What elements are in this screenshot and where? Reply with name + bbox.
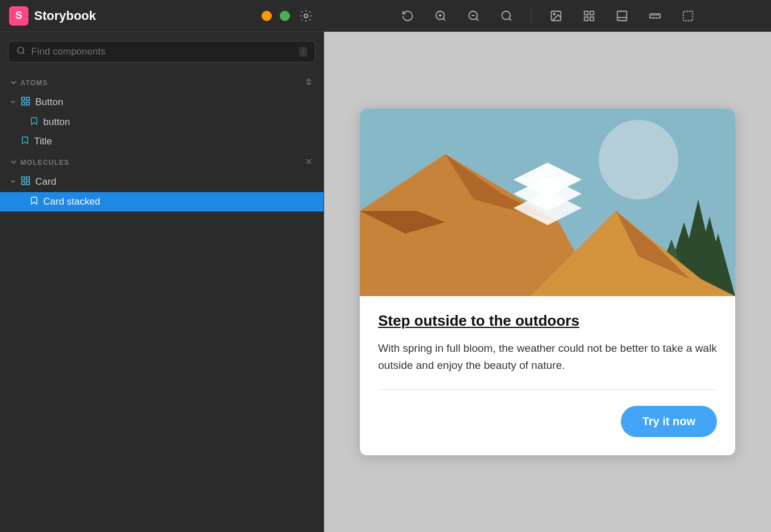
card-group-label: Card: [35, 176, 56, 188]
svg-rect-27: [27, 97, 30, 100]
card-group-chevron: [10, 178, 16, 186]
title-story-label: Title: [34, 136, 52, 147]
card-preview: Step outside to the outdoors With spring…: [360, 109, 735, 455]
svg-rect-13: [590, 11, 593, 14]
card-divider: [378, 389, 717, 390]
button-group-item[interactable]: Button: [0, 92, 324, 113]
svg-line-2: [443, 18, 445, 20]
svg-rect-14: [584, 16, 587, 20]
card-footer: Try it now: [378, 406, 717, 437]
molecules-section-title[interactable]: MOLECULES: [10, 159, 69, 167]
svg-rect-32: [22, 177, 24, 180]
button-group-grid-icon: [20, 96, 31, 109]
toolbar-divider: [531, 8, 532, 24]
atoms-section-title[interactable]: ATOMS: [10, 79, 48, 88]
search-icon: [16, 46, 26, 57]
svg-rect-16: [617, 11, 627, 20]
svg-rect-26: [22, 97, 24, 100]
svg-point-37: [599, 120, 678, 200]
search-shortcut: /: [299, 47, 307, 57]
gear-icon[interactable]: [297, 7, 315, 25]
svg-rect-33: [27, 177, 30, 180]
toolbar-header-icons: [260, 7, 315, 25]
button-group-chevron: [10, 98, 16, 106]
molecules-close-icon[interactable]: [304, 157, 313, 168]
card-group-item[interactable]: Card: [0, 172, 324, 192]
title-story-bookmark-icon: [20, 136, 30, 147]
card-title: Step outside to the outdoors: [378, 312, 717, 330]
button-story-bookmark-icon: [30, 117, 39, 128]
button-story-label: button: [43, 117, 70, 128]
svg-rect-12: [584, 11, 587, 14]
svg-line-25: [23, 52, 24, 54]
outline-icon[interactable]: [679, 7, 697, 24]
grid-icon[interactable]: [581, 7, 598, 24]
reload-icon[interactable]: [399, 7, 416, 24]
app-title: Storybook: [34, 9, 96, 23]
button-story-item[interactable]: button: [0, 113, 324, 132]
notify-green-icon[interactable]: [279, 10, 291, 22]
main-content: / ATOMS: [0, 32, 771, 532]
toolbar-left: S Storybook: [0, 6, 324, 26]
title-story-item[interactable]: Title: [0, 132, 324, 151]
atoms-section-header: ATOMS: [0, 72, 324, 92]
svg-line-6: [476, 18, 478, 20]
sidebar: / ATOMS: [0, 32, 324, 532]
panel-icon[interactable]: [614, 7, 631, 24]
ruler-icon[interactable]: [646, 7, 664, 24]
molecules-section-header: MOLECULES: [0, 151, 324, 172]
card-group-grid-icon: [20, 176, 31, 188]
svg-line-9: [509, 18, 511, 20]
atoms-chevron-icon: [10, 79, 17, 88]
svg-point-0: [304, 14, 308, 18]
svg-rect-23: [683, 11, 693, 20]
toolbar-right: [324, 7, 771, 24]
try-it-now-button[interactable]: Try it now: [621, 406, 717, 437]
svg-rect-29: [27, 102, 30, 105]
card-image: [360, 109, 735, 296]
search-box[interactable]: /: [8, 41, 316, 63]
atoms-sort-icon[interactable]: [304, 77, 313, 89]
svg-point-8: [501, 11, 510, 19]
card-stacked-story-item[interactable]: Card stacked: [0, 192, 324, 211]
card-body: Step outside to the outdoors With spring…: [360, 296, 735, 455]
svg-point-24: [18, 47, 24, 53]
zoom-in-icon[interactable]: [432, 7, 449, 24]
zoom-out-icon[interactable]: [465, 7, 482, 24]
svg-rect-35: [27, 182, 30, 185]
svg-rect-28: [22, 102, 24, 105]
svg-point-11: [553, 13, 555, 15]
app-logo[interactable]: S Storybook: [9, 6, 96, 26]
molecules-section-actions: [304, 157, 313, 168]
notify-orange-icon[interactable]: [260, 10, 273, 22]
svg-rect-34: [22, 182, 24, 185]
svg-rect-15: [590, 16, 593, 20]
card-stacked-story-label: Card stacked: [43, 196, 100, 207]
reset-zoom-icon[interactable]: [498, 7, 515, 24]
image-icon[interactable]: [548, 7, 565, 24]
card-stacked-bookmark-icon: [30, 196, 39, 207]
card-text: With spring in full bloom, the weather c…: [378, 340, 717, 373]
search-input[interactable]: [31, 46, 293, 57]
molecules-chevron-icon: [10, 159, 17, 167]
logo-icon: S: [9, 6, 28, 26]
toolbar: S Storybook: [0, 0, 771, 32]
atoms-section-actions: [304, 77, 313, 89]
button-group-label: Button: [35, 97, 63, 108]
preview-area: Step outside to the outdoors With spring…: [324, 32, 771, 532]
